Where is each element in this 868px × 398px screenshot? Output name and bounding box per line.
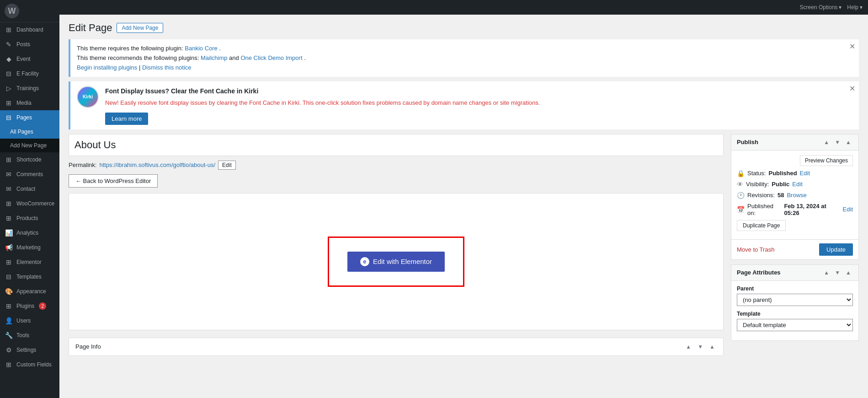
- one-click-demo-link[interactable]: One Click Demo Import: [240, 54, 302, 61]
- parent-row: Parent (no parent): [737, 285, 853, 306]
- page-info-chevron-down-button[interactable]: ▼: [696, 343, 705, 351]
- publish-toggle-button[interactable]: ▲: [844, 138, 853, 146]
- notice2-close-button[interactable]: ✕: [849, 85, 855, 92]
- sidebar-item-templates[interactable]: ⊟ Templates: [0, 269, 59, 284]
- appearance-icon: 🎨: [5, 288, 13, 295]
- sidebar-item-marketing[interactable]: 📢 Marketing: [0, 240, 59, 255]
- parent-select[interactable]: (no parent): [737, 294, 853, 306]
- help-button[interactable]: Help ▾: [847, 4, 863, 11]
- status-edit-link[interactable]: Edit: [800, 170, 810, 177]
- publish-collapse-up-button[interactable]: ▲: [822, 138, 831, 146]
- sidebar-item-settings[interactable]: ⚙ Settings: [0, 343, 59, 357]
- page-info-toggle-button[interactable]: ▲: [708, 343, 717, 351]
- permalink-edit-button[interactable]: Edit: [218, 161, 236, 170]
- plugins-badge: 2: [39, 302, 46, 310]
- bankio-core-link[interactable]: Bankio Core: [185, 45, 218, 52]
- sidebar-item-comments[interactable]: ✉ Comments: [0, 167, 59, 182]
- calendar-icon: 📅: [737, 206, 745, 213]
- published-on-row: 📅 Published on: Feb 13, 2024 at 05:26 Ed…: [737, 203, 853, 216]
- sidebar-item-plugins[interactable]: ⊞ Plugins 2: [0, 299, 59, 313]
- sidebar-item-users[interactable]: 👤 Users: [0, 313, 59, 328]
- publish-collapse-down-button[interactable]: ▼: [833, 138, 842, 146]
- back-to-wp-editor-button[interactable]: ← Back to WordPress Editor: [69, 174, 158, 188]
- permalink-label: Permalink:: [69, 161, 96, 168]
- sidebar-item-shortcode[interactable]: ⊞ Shortcode: [0, 152, 59, 167]
- notice1-line3: Begin installing plugins | Dismiss this …: [77, 63, 852, 73]
- permalink-bar: Permalink: https://ibrahim.softivus.com/…: [69, 161, 724, 170]
- add-new-page-button[interactable]: Add New Page: [117, 23, 163, 33]
- sidebar-item-woocommerce[interactable]: ⊞ WooCommerce: [0, 196, 59, 211]
- permalink-url[interactable]: https://ibrahim.softivus.com/golftio/abo…: [99, 161, 215, 168]
- published-label: Published on:: [747, 203, 781, 216]
- sidebar-item-add-new-page[interactable]: Add New Page: [0, 139, 59, 152]
- sidebar-item-elementor[interactable]: ⊞ Elementor: [0, 255, 59, 269]
- sidebar-item-custom-fields[interactable]: ⊞ Custom Fields: [0, 357, 59, 372]
- page-info-collapse-button[interactable]: ▲: [684, 343, 693, 351]
- page-info-controls: ▲ ▼ ▲: [684, 343, 717, 351]
- topbar: Screen Options ▾ Help ▾: [59, 0, 868, 15]
- sidebar-item-trainings[interactable]: ▷ Trainings: [0, 81, 59, 96]
- settings-icon: ⚙: [5, 346, 13, 354]
- pages-icon: ⊟: [5, 114, 13, 121]
- custom-fields-icon: ⊞: [5, 361, 13, 368]
- begin-installing-link[interactable]: Begin installing plugins: [77, 64, 137, 71]
- products-icon: ⊞: [5, 215, 13, 222]
- update-button[interactable]: Update: [819, 243, 853, 256]
- template-select[interactable]: Default template: [737, 319, 853, 331]
- notice1-line1: This theme requires the following plugin…: [77, 44, 852, 54]
- dashboard-icon: ⊞: [5, 26, 13, 33]
- visibility-edit-link[interactable]: Edit: [792, 181, 802, 188]
- sidebar-item-tools[interactable]: 🔧 Tools: [0, 328, 59, 343]
- publish-panel-title: Publish: [737, 139, 758, 145]
- notice1-line2: This theme recommends the following plug…: [77, 54, 852, 63]
- tools-icon: 🔧: [5, 332, 13, 339]
- mailchimp-link[interactable]: Mailchimp: [201, 54, 228, 61]
- notice1-close-button[interactable]: ✕: [849, 43, 855, 50]
- sidebar-item-event[interactable]: ◆ Event: [0, 52, 59, 66]
- media-icon: ⊞: [5, 99, 13, 107]
- dismiss-notice-link[interactable]: Dismiss this notice: [142, 64, 192, 71]
- sidebar-item-appearance[interactable]: 🎨 Appearance: [0, 284, 59, 299]
- sidebar-item-all-pages[interactable]: All Pages: [0, 125, 59, 139]
- edit-with-elementor-button[interactable]: e Edit with Elementor: [347, 252, 445, 272]
- shortcode-icon: ⊞: [5, 156, 13, 163]
- revisions-icon: 🕐: [737, 192, 745, 199]
- sidebar-item-pages[interactable]: ⊟ Pages: [0, 110, 59, 125]
- revisions-browse-link[interactable]: Browse: [787, 192, 806, 199]
- publish-panel: Publish ▲ ▼ ▲ Preview Changes: [731, 134, 859, 260]
- facility-icon: ⊟: [5, 70, 13, 77]
- templates-icon: ⊟: [5, 273, 13, 280]
- published-edit-link[interactable]: Edit: [843, 206, 853, 213]
- sidebar-item-analytics[interactable]: 📊 Analytics: [0, 226, 59, 240]
- page-info-label: Page Info: [75, 343, 101, 350]
- screen-options-chevron-icon: ▾: [839, 4, 841, 11]
- revisions-value: 58: [777, 192, 784, 199]
- sidebar-item-facility[interactable]: ⊟ E Facility: [0, 66, 59, 81]
- page-title-input[interactable]: [69, 134, 724, 156]
- screen-options-button[interactable]: Screen Options ▾: [800, 4, 842, 11]
- kirki-notice-title: Font Display Issues? Clear the Font Cach…: [105, 86, 540, 96]
- preview-changes-button[interactable]: Preview Changes: [800, 155, 853, 166]
- sidebar-item-posts[interactable]: ✎ Posts: [0, 37, 59, 52]
- page-attributes-body: Parent (no parent) Template Default temp…: [731, 281, 858, 340]
- sidebar-item-dashboard[interactable]: ⊞ Dashboard: [0, 22, 59, 37]
- page-attributes-panel: Page Attributes ▲ ▼ ▲ Parent (no parent): [731, 264, 859, 341]
- sidebar-item-media[interactable]: ⊞ Media: [0, 96, 59, 110]
- pages-submenu: All Pages Add New Page: [0, 125, 59, 152]
- sidebar-item-products[interactable]: ⊞ Products: [0, 211, 59, 226]
- status-value: Published: [768, 170, 797, 177]
- duplicate-page-button[interactable]: Duplicate Page: [737, 220, 786, 231]
- move-to-trash-link[interactable]: Move to Trash: [737, 246, 774, 253]
- page-attr-toggle-button[interactable]: ▲: [844, 269, 853, 277]
- trainings-icon: ▷: [5, 85, 13, 92]
- page-attr-collapse-up-button[interactable]: ▲: [822, 269, 831, 277]
- page-attr-collapse-down-button[interactable]: ▼: [833, 269, 842, 277]
- preview-changes-wrapper: Preview Changes: [737, 155, 853, 166]
- plugin-notice: ✕ This theme requires the following plug…: [69, 39, 859, 77]
- elementor-icon: ⊞: [5, 258, 13, 266]
- template-row: Template Default template: [737, 311, 853, 331]
- learn-more-button[interactable]: Learn more: [105, 113, 148, 125]
- parent-label: Parent: [737, 285, 853, 292]
- kirki-logo: Kirki: [77, 86, 99, 108]
- sidebar-item-contact[interactable]: ✉ Contact: [0, 182, 59, 196]
